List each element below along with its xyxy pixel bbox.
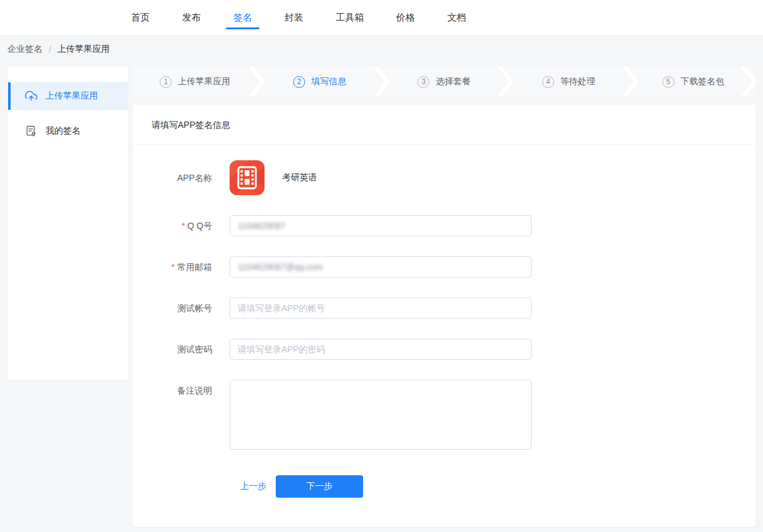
sidebar-item-upload-ios-app[interactable]: 上传苹果应用: [8, 82, 128, 110]
nav-item-sign[interactable]: 签名: [232, 0, 253, 35]
breadcrumb: 企业签名 / 上传苹果应用: [0, 36, 110, 63]
sidebar-menu: 上传苹果应用 我的签名: [8, 67, 128, 145]
step-number-badge: 4: [542, 76, 554, 88]
sidebar-item-label: 上传苹果应用: [46, 90, 98, 102]
breadcrumb-separator: /: [49, 44, 51, 54]
sidebar-item-my-signatures[interactable]: 我的签名: [8, 117, 128, 145]
email-input[interactable]: 1104629087@qq.com: [230, 256, 532, 278]
remarks-textarea[interactable]: [230, 380, 532, 450]
sign-info-panel: 请填写APP签名信息 APP名称: [133, 105, 756, 527]
main-content: 1 上传苹果应用 2 填写信息 3 选择套餐 4 等待处理 5 下载签名包 请填…: [133, 67, 756, 527]
form-row-test-password: 测试密码: [133, 339, 756, 360]
nav-item-toolbox[interactable]: 工具箱: [334, 0, 365, 35]
test-password-input[interactable]: [230, 339, 532, 360]
required-asterisk: *: [182, 221, 185, 231]
next-step-button[interactable]: 下一步: [276, 475, 363, 498]
cloud-upload-icon: [25, 90, 37, 102]
film-app-icon: [230, 160, 265, 195]
nav-item-docs[interactable]: 文档: [446, 0, 467, 35]
breadcrumb-item-upload-ios-app: 上传苹果应用: [57, 44, 110, 55]
step-label: 下载签名包: [681, 76, 724, 87]
nav-item-home[interactable]: 首页: [130, 0, 151, 35]
form-row-app-name: APP名称: [133, 160, 756, 195]
step-number-badge: 1: [160, 76, 172, 88]
masked-value: 1104629087: [238, 221, 286, 231]
required-asterisk: *: [172, 262, 175, 272]
step-label: 等待处理: [560, 76, 595, 87]
wizard-step-1: 1 上传苹果应用: [133, 67, 258, 97]
step-number-badge: 5: [663, 76, 674, 88]
form-row-test-account: 测试帐号: [133, 297, 756, 319]
breadcrumb-item-enterprise-sign[interactable]: 企业签名: [7, 44, 42, 55]
panel-title: 请填写APP签名信息: [133, 105, 756, 145]
test-account-input[interactable]: [230, 297, 532, 319]
step-label: 上传苹果应用: [178, 76, 230, 87]
masked-value: 1104629087@qq.com: [238, 262, 323, 272]
wizard-step-5: 5 下载签名包: [631, 67, 756, 97]
step-wizard: 1 上传苹果应用 2 填写信息 3 选择套餐 4 等待处理 5 下载签名包: [133, 67, 756, 97]
step-number-badge: 2: [293, 76, 305, 88]
top-header: 首页 发布 签名 封装 工具箱 价格 文档: [0, 0, 763, 36]
field-label: 测试密码: [133, 339, 212, 360]
app-name-value: 考研英语: [282, 172, 317, 183]
main-nav: 首页 发布 签名 封装 工具箱 价格 文档: [130, 0, 763, 35]
form-row-email: *常用邮箱 1104629087@qq.com: [133, 256, 756, 278]
qq-number-input[interactable]: 1104629087: [230, 215, 532, 236]
step-number-badge: 3: [417, 76, 429, 88]
step-label: 选择套餐: [435, 76, 470, 87]
field-label: 测试帐号: [133, 297, 212, 319]
field-label: *Q Q号: [133, 215, 212, 236]
sign-info-form: APP名称: [133, 145, 756, 498]
wizard-step-4: 4 等待处理: [507, 67, 631, 97]
field-label: APP名称: [133, 160, 212, 195]
form-row-qq: *Q Q号 1104629087: [133, 215, 756, 236]
nav-item-publish[interactable]: 发布: [181, 0, 202, 35]
step-label: 填写信息: [311, 76, 346, 87]
field-label: 备注说明: [133, 380, 212, 401]
nav-item-package[interactable]: 封装: [283, 0, 304, 35]
nav-item-price[interactable]: 价格: [395, 0, 416, 35]
prev-step-link[interactable]: 上一步: [240, 481, 266, 492]
wizard-step-2-active: 2 填写信息: [258, 67, 382, 97]
signature-doc-icon: [25, 125, 37, 137]
sidebar: 上传苹果应用 我的签名: [8, 67, 128, 380]
field-label: *常用邮箱: [133, 256, 212, 278]
form-actions: 上一步 下一步: [133, 475, 756, 498]
form-row-remarks: 备注说明: [133, 380, 756, 450]
sidebar-item-label: 我的签名: [46, 125, 80, 137]
wizard-step-3: 3 选择套餐: [382, 67, 507, 97]
